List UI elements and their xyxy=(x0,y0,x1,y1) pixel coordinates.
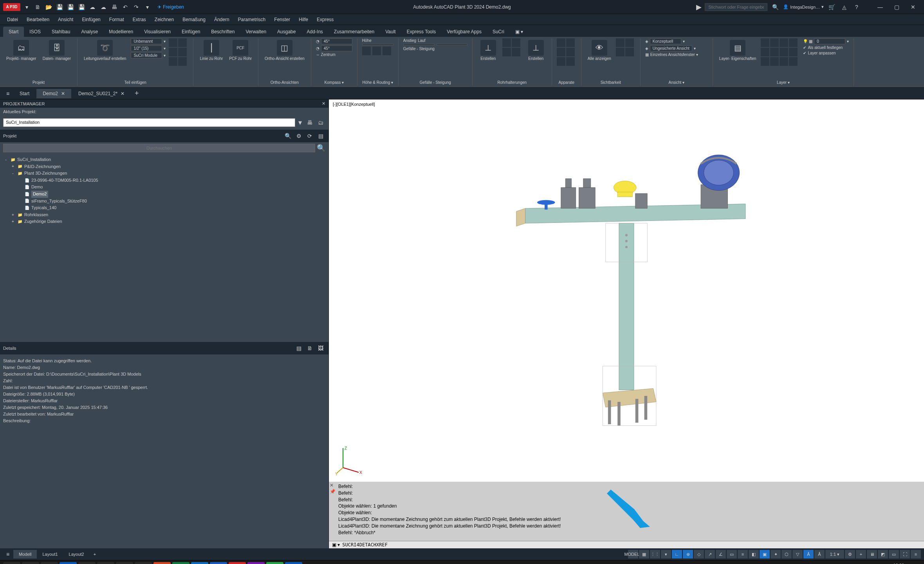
taskbar-outlook[interactable]: O xyxy=(191,562,208,564)
panel-title[interactable]: Ansicht ▾ xyxy=(645,79,708,86)
taskbar-autocad[interactable]: A xyxy=(229,562,246,564)
details-icon[interactable]: 🖼 xyxy=(316,343,325,353)
layout-tab[interactable]: Layout2 xyxy=(63,550,90,559)
center-button[interactable]: ↔ Zentrum xyxy=(316,52,352,57)
viewport-select[interactable]: ▦ Einzelnes Ansichtsfenster ▾ xyxy=(645,52,708,57)
help-icon[interactable]: ? xyxy=(852,2,861,12)
tiny-btn[interactable] xyxy=(770,48,779,56)
minimize-button[interactable]: — xyxy=(872,2,888,12)
tab-close-icon[interactable]: ✕ xyxy=(121,91,125,96)
current-project-select[interactable]: SuCri_Installation xyxy=(3,118,295,127)
pm-close-icon[interactable]: ✕ xyxy=(322,101,325,106)
doc-tab[interactable]: Demo2✕ xyxy=(36,89,71,98)
panel-title[interactable]: Kompass ▾ xyxy=(316,79,352,86)
search-button[interactable]: 🔍 xyxy=(22,562,39,564)
slope-button[interactable]: Gefälle - Steigung xyxy=(403,47,467,51)
help-search-input[interactable] xyxy=(705,3,767,11)
command-input-bar[interactable]: ▣ ▾ xyxy=(329,541,924,548)
panel-title[interactable]: Teil einfügen xyxy=(82,79,188,86)
panel-title[interactable]: Höhe & Routing ▾ xyxy=(362,79,393,86)
add-layout-button[interactable]: + xyxy=(90,552,99,557)
panel-title[interactable]: Layer ▾ xyxy=(718,79,849,86)
qat-menu-dropdown[interactable]: ▾ xyxy=(22,2,31,12)
open-icon[interactable]: 📂 xyxy=(44,2,53,12)
menu-bearbeiten[interactable]: Bearbeiten xyxy=(23,15,53,24)
tiny-btn[interactable] xyxy=(557,38,565,47)
panel-title[interactable]: Rohrhalterungen xyxy=(477,79,547,86)
taskbar-chrome[interactable]: 🌐 xyxy=(97,562,114,564)
ribbon-tab-visualisieren[interactable]: Visualisieren xyxy=(139,27,176,37)
status-max-icon[interactable]: ⛶ xyxy=(900,550,910,559)
tiny-btn[interactable] xyxy=(761,38,769,47)
pm-action-icon[interactable]: 🗂 xyxy=(316,118,325,127)
height-input[interactable] xyxy=(362,44,393,45)
tiny-btn[interactable] xyxy=(625,38,634,47)
taskbar-edge[interactable]: 🌀 xyxy=(135,562,152,564)
ribbon-tab-modellieren[interactable]: Modellieren xyxy=(103,27,139,37)
status-gizmo-icon[interactable]: ✦ xyxy=(771,550,781,559)
panel-title[interactable]: Apparate xyxy=(557,79,576,86)
tiny-btn[interactable] xyxy=(169,48,177,56)
drawing-canvas[interactable]: [-][OLE1][Konzeptuell] xyxy=(329,99,924,482)
user-account[interactable]: 👤 IntegaDesign… ▾ xyxy=(783,4,824,9)
start-menu-button[interactable]: ⊞ xyxy=(3,562,20,564)
cart-icon[interactable]: 🛒 xyxy=(827,2,836,12)
ribbon-tab-zusammenarbeiten[interactable]: Zusammenarbeiten xyxy=(328,27,380,37)
slope-input[interactable] xyxy=(403,44,467,45)
tiny-btn[interactable] xyxy=(557,57,565,66)
status-monitor-icon[interactable]: 🖥 xyxy=(867,550,877,559)
viewport-label[interactable]: [-][OLE1][Konzeptuell] xyxy=(333,102,375,107)
tree-node[interactable]: +📁P&ID-Zeichnungen xyxy=(3,163,325,170)
menu-zeichnen[interactable]: Zeichnen xyxy=(151,15,178,24)
menu-ansicht[interactable]: Ansicht xyxy=(54,15,77,24)
tree-node[interactable]: -📁SuCri_Installation xyxy=(3,156,325,163)
tiny-btn[interactable] xyxy=(789,38,798,47)
tiny-btn[interactable] xyxy=(789,48,798,56)
tiny-btn[interactable] xyxy=(770,57,779,66)
ribbon-tab-add-ins[interactable]: Add-Ins xyxy=(301,27,328,37)
status-ann-icon[interactable]: Å xyxy=(803,550,814,559)
status-transp-icon[interactable]: ◧ xyxy=(749,550,759,559)
taskbar-firefox[interactable]: 🦊 xyxy=(116,562,133,564)
status-modell[interactable]: MODELL xyxy=(628,550,638,559)
menu-format[interactable]: Format xyxy=(105,15,128,24)
ribbon-tab-verfügbare-apps[interactable]: Verfügbare Apps xyxy=(441,27,487,37)
taskbar-explorer[interactable]: 📁 xyxy=(78,562,96,564)
layer-props-button[interactable]: ▤Layer- Eigenschaften xyxy=(718,38,758,62)
pm-tool-icon[interactable]: ⚙ xyxy=(294,131,303,141)
angle2-input[interactable]: ◔ 45° xyxy=(316,45,352,51)
routing-btns[interactable] xyxy=(362,47,393,55)
tiny-btn[interactable] xyxy=(789,57,798,66)
tiny-btn[interactable] xyxy=(625,48,634,56)
tree-node[interactable]: +📁Zugehörige Dateien xyxy=(3,218,325,225)
visual-style-select[interactable]: ◈ Konzeptuell▾ xyxy=(645,38,708,44)
taskbar-word[interactable]: W xyxy=(210,562,227,564)
layout-tab[interactable]: Modell xyxy=(13,550,37,559)
taskbar-onenote[interactable]: N xyxy=(247,562,265,564)
new-icon[interactable]: 🗎 xyxy=(33,2,42,12)
search-icon[interactable]: 🔍 xyxy=(317,144,325,152)
create-support2-button[interactable]: ⊥Erstellen xyxy=(525,38,547,62)
make-current-button[interactable]: ✔ Als aktuell festlegen xyxy=(803,45,849,50)
maximize-button[interactable]: ▢ xyxy=(889,2,904,12)
new-tab-button[interactable]: + xyxy=(132,89,142,98)
tiny-btn[interactable] xyxy=(512,38,520,47)
route-line-button[interactable]: ➰Leitungsverlauf erstellen xyxy=(82,38,128,62)
menu-einfügen[interactable]: Einfügen xyxy=(78,15,104,24)
tiny-btn[interactable] xyxy=(770,38,779,47)
layer-select[interactable]: 💡 ▦ 0▾ xyxy=(803,38,849,44)
tiny-btn[interactable] xyxy=(502,48,511,56)
doc-tab[interactable]: Demo2_SU021_2*✕ xyxy=(72,89,131,98)
taskbar-app[interactable] xyxy=(60,562,77,564)
status-otrack-icon[interactable]: ↗ xyxy=(705,550,715,559)
tiny-btn[interactable] xyxy=(169,38,177,47)
angle1-input[interactable]: ◔ 45° xyxy=(316,38,352,44)
status-lwt-icon[interactable]: ≡ xyxy=(738,550,748,559)
tree-node[interactable]: +📁Rohrklassen xyxy=(3,212,325,219)
taskbar-app[interactable]: O xyxy=(153,562,171,564)
tiny-btn[interactable] xyxy=(566,57,575,66)
status-clean-icon[interactable]: ▭ xyxy=(889,550,899,559)
details-icon[interactable]: ▤ xyxy=(294,343,303,353)
tiny-btn[interactable] xyxy=(178,57,187,66)
qat-more[interactable]: ▾ xyxy=(143,2,152,12)
